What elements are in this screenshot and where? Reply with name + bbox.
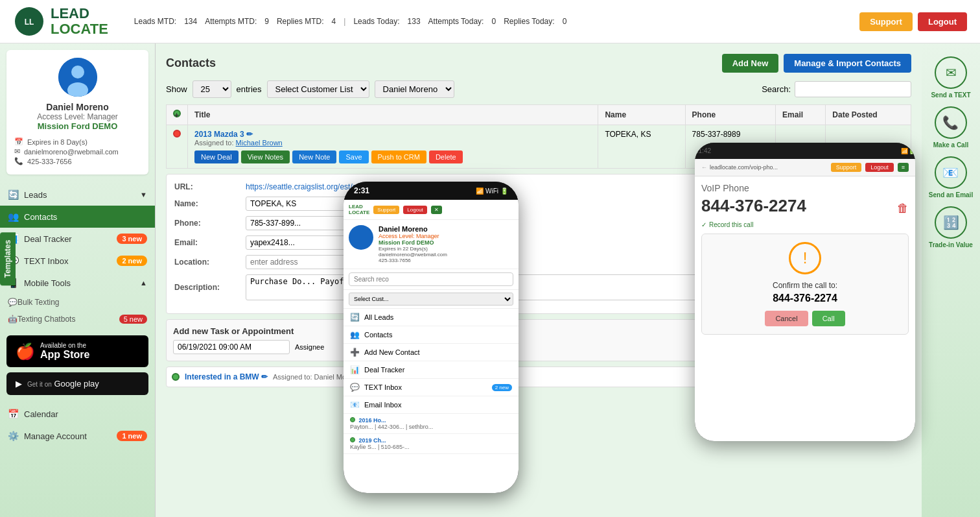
- user-email: danielmoreno@rwebmail.com: [24, 148, 119, 156]
- delete-button[interactable]: Delete: [429, 150, 463, 163]
- send-email-icon: 📧: [935, 156, 967, 189]
- name-label: Name:: [174, 199, 239, 208]
- send-text-label: Send a TEXT: [931, 91, 970, 99]
- bulk-texting-icon: 💬: [8, 298, 18, 307]
- right-action-make-call[interactable]: 📞 Make a Call: [933, 106, 968, 149]
- sidebar-item-calendar[interactable]: 📅 Calendar: [0, 403, 155, 425]
- send-email-label: Send an Email: [929, 191, 973, 198]
- sidebar-item-deal-tracker[interactable]: 📊 Deal Tracker 3 new: [0, 228, 155, 250]
- calendar-icon: 📅: [14, 138, 23, 146]
- assignee-label: Assignee: [295, 343, 324, 351]
- new-deal-button[interactable]: New Deal: [194, 150, 239, 163]
- email-icon: ✉: [14, 147, 20, 156]
- col-name[interactable]: Name: [598, 105, 685, 125]
- stat-divider: |: [344, 17, 345, 26]
- manage-import-button[interactable]: Manage & Import Contacts: [784, 54, 911, 73]
- mp-text-inbox-badge: 2 new: [492, 384, 512, 391]
- show-select[interactable]: 10 25 50 100: [192, 80, 231, 98]
- right-action-send-text[interactable]: ✉ Send a TEXT: [931, 56, 970, 99]
- sidebar-item-contacts[interactable]: 👥 Contacts: [0, 206, 155, 228]
- user-dealer: Mission Ford DEMO: [38, 121, 118, 131]
- checkmark-icon: ✓: [701, 221, 706, 228]
- nav-section: 🔄 Leads ▼ 👥 Contacts 📊 Deal Tracker 3 ne…: [0, 181, 155, 330]
- google-play-button[interactable]: ▶ Get it on Google play: [6, 372, 148, 395]
- support-button[interactable]: Support: [859, 12, 913, 31]
- sidebar-item-text-inbox[interactable]: 💬 TEXT Inbox 2 new: [0, 250, 155, 272]
- svg-text:LL: LL: [25, 18, 34, 27]
- mp-nav-email-inbox[interactable]: 📧 Email Inbox: [344, 396, 519, 414]
- task-date-input[interactable]: [173, 340, 290, 354]
- col-title[interactable]: Title: [188, 105, 598, 125]
- mp-search-input[interactable]: [349, 272, 513, 286]
- mp-nav-deal-tracker[interactable]: 📊 Deal Tracker: [344, 361, 519, 379]
- col-email[interactable]: Email: [776, 105, 826, 125]
- sidebar-item-chatbots-label: Texting Chatbots: [18, 315, 75, 324]
- sidebar-item-calendar-label: Calendar: [24, 409, 58, 419]
- sidebar-item-mobile-tools-label: Mobile Tools: [24, 278, 71, 288]
- sidebar-item-texting-chatbots[interactable]: 🤖 Texting Chatbots 5 new: [0, 311, 155, 328]
- dp-body: VoIP Phone 844-376-2274 🗑 ✓ Record this …: [695, 176, 915, 341]
- attempts-mtd-label: Attempts MTD:: [205, 17, 257, 26]
- phone-label: Phone:: [174, 219, 239, 228]
- user-name: Daniel Moreno: [46, 102, 108, 112]
- entries-label: entries: [237, 84, 262, 94]
- mp-contact-2-name: 2019 Ch...: [359, 437, 386, 444]
- alert-icon: !: [789, 242, 821, 274]
- mp-logout-btn: Logout: [403, 206, 426, 214]
- mp-contact-1: 2016 Ho... Payton... | 442-306... | seth…: [344, 414, 519, 434]
- push-crm-button[interactable]: Push to CRM: [371, 150, 426, 163]
- user-phone: 425-333-7656: [27, 158, 72, 165]
- save-button[interactable]: Save: [339, 150, 368, 163]
- location-label: Location:: [174, 258, 239, 267]
- templates-tab[interactable]: Templates: [0, 232, 16, 285]
- mp-search: [344, 269, 519, 290]
- mp-nav-text-inbox[interactable]: 💬 TEXT Inbox 2 new: [344, 379, 519, 396]
- logo-locate-text: LOCATE: [51, 21, 108, 37]
- replies-mtd-label: Replies MTD:: [277, 17, 324, 26]
- search-input[interactable]: [795, 81, 911, 97]
- mp-user-info: Daniel Moreno Access Level: Manager Miss…: [379, 225, 447, 263]
- bottom-nav-section: 📅 Calendar ⚙️ Manage Account 1 new: [0, 400, 155, 450]
- new-note-button[interactable]: New Note: [292, 150, 336, 163]
- view-notes-button[interactable]: View Notes: [241, 150, 290, 163]
- leads-today-label: Leads Today:: [353, 17, 399, 26]
- mp-nav-add-contact[interactable]: ➕ Add New Contact: [344, 344, 519, 361]
- confirm-cancel-button[interactable]: Cancel: [765, 311, 808, 326]
- mp-nav-contacts[interactable]: 👥 Contacts: [344, 326, 519, 344]
- right-action-trade-in[interactable]: 🔢 Trade-in Value: [929, 206, 973, 248]
- trade-in-label: Trade-in Value: [929, 241, 973, 248]
- add-contact-icon[interactable]: +: [173, 110, 181, 117]
- mp-nav-all-leads[interactable]: 🔄 All Leads: [344, 309, 519, 326]
- user-expires-row: 📅 Expires in 8 Day(s): [14, 138, 141, 146]
- mp-contact-1-sub: Payton... | 442-306... | sethbro...: [350, 424, 512, 430]
- header: LL LEAD LOCATE Leads MTD: 134 Attempts M…: [0, 0, 980, 43]
- col-date[interactable]: Date Posted: [826, 105, 911, 125]
- contacts-title: Contacts: [166, 56, 216, 70]
- sidebar-item-manage-account[interactable]: ⚙️ Manage Account 1 new: [0, 425, 155, 447]
- header-buttons: Support Logout: [859, 12, 967, 31]
- logo: LL LEAD LOCATE: [13, 5, 108, 38]
- col-phone[interactable]: Phone: [685, 105, 775, 125]
- right-action-send-email[interactable]: 📧 Send an Email: [929, 156, 973, 198]
- assigned-link[interactable]: Michael Brown: [236, 139, 283, 147]
- replies-today-label: Replies Today:: [504, 17, 555, 26]
- sidebar-item-contacts-label: Contacts: [24, 212, 57, 222]
- contacts-header: Contacts Add New Manage & Import Contact…: [166, 54, 911, 73]
- mp-customer-select-input[interactable]: Select Cust...: [349, 293, 513, 306]
- sidebar-item-bulk-texting[interactable]: 💬 Bulk Texting: [0, 294, 155, 311]
- assignee-select[interactable]: Daniel Moreno: [375, 80, 454, 98]
- mp-close-btn[interactable]: ✕: [431, 206, 442, 214]
- mp-wifi-icon: WiFi: [485, 187, 498, 195]
- customer-list-select[interactable]: Select Customer List: [267, 80, 369, 98]
- logout-button[interactable]: Logout: [918, 12, 967, 31]
- sidebar-item-mobile-tools[interactable]: 📱 Mobile Tools ▲: [0, 272, 155, 294]
- mp-add-contact-label: Add New Contact: [364, 348, 420, 356]
- text-inbox-badge: 2 new: [117, 256, 147, 266]
- add-new-button[interactable]: Add New: [722, 54, 779, 73]
- confirm-call-button[interactable]: Call: [812, 311, 845, 326]
- leads-icon: 🔄: [8, 189, 19, 200]
- app-store-button[interactable]: 🍎 Available on the App Store: [6, 335, 148, 367]
- sidebar: Templates Daniel Moreno Access Level: Ma…: [0, 43, 156, 517]
- sidebar-item-leads[interactable]: 🔄 Leads ▼: [0, 184, 155, 206]
- search-box: Search:: [762, 81, 911, 97]
